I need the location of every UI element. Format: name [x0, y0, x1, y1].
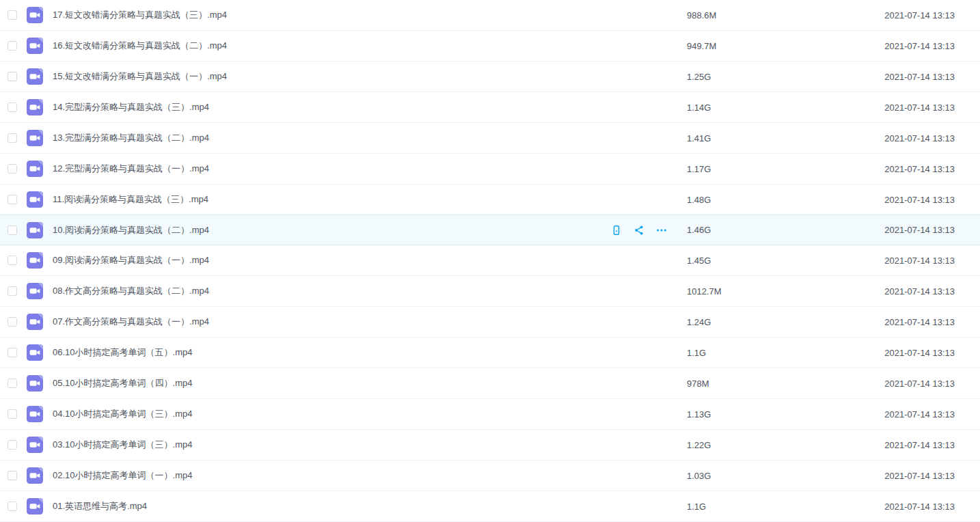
- file-row[interactable]: 16.短文改错满分策略与真题实战（二）.mp4: [0, 31, 980, 61]
- file-modified: 2021-07-14 13:13: [884, 41, 955, 51]
- file-size: 1.22G: [687, 440, 711, 450]
- video-file-icon: [27, 437, 43, 453]
- video-file-icon: [27, 406, 43, 422]
- file-row[interactable]: 08.作文高分策略与真题实战（二）.mp4: [0, 276, 980, 307]
- file-row[interactable]: 03.10小时搞定高考单词（三）.mp4: [0, 430, 980, 461]
- video-file-icon: [27, 375, 43, 392]
- file-name[interactable]: 11.阅读满分策略与真题实战（三）.mp4: [53, 193, 208, 206]
- row-checkbox[interactable]: [8, 72, 17, 81]
- file-name[interactable]: 16.短文改错满分策略与真题实战（二）.mp4: [53, 40, 227, 52]
- file-row[interactable]: 10.阅读满分策略与真题实战（二）.mp4: [0, 215, 980, 245]
- video-file-icon: [27, 314, 43, 330]
- file-modified: 2021-07-14 13:13: [884, 164, 955, 174]
- row-checkbox[interactable]: [8, 133, 17, 143]
- file-size: 988.6M: [687, 10, 716, 20]
- row-checkbox[interactable]: [8, 164, 17, 174]
- file-row[interactable]: 13.完型满分策略与真题实战（二）.mp4: [0, 123, 980, 154]
- file-size: 1.1G: [687, 502, 706, 512]
- file-row[interactable]: 17.短文改错满分策略与真题实战（三）.mp4: [0, 0, 980, 31]
- file-name[interactable]: 07.作文高分策略与真题实战（一）.mp4: [53, 316, 209, 328]
- file-row[interactable]: 09.阅读满分策略与真题实战（一）.mp4: [0, 245, 980, 276]
- file-name[interactable]: 08.作文高分策略与真题实战（二）.mp4: [53, 285, 209, 297]
- file-name[interactable]: 03.10小时搞定高考单词（三）.mp4: [53, 439, 192, 451]
- row-checkbox[interactable]: [8, 10, 17, 20]
- file-name[interactable]: 01.英语思维与高考.mp4: [53, 500, 147, 512]
- file-row[interactable]: 05.10小时搞定高考单词（四）.mp4: [0, 368, 980, 399]
- file-modified: 2021-07-14 13:13: [884, 72, 955, 82]
- video-file-icon: [27, 38, 43, 54]
- file-modified: 2021-07-14 13:13: [884, 286, 955, 297]
- file-modified: 2021-07-14 13:13: [884, 10, 955, 20]
- share-button[interactable]: [633, 224, 645, 236]
- row-checkbox[interactable]: [8, 102, 17, 112]
- file-name[interactable]: 05.10小时搞定高考单词（四）.mp4: [53, 377, 192, 389]
- video-file-icon: [27, 467, 43, 484]
- video-file-icon: [27, 498, 43, 514]
- video-file-icon: [27, 252, 43, 269]
- file-size: 1.46G: [687, 225, 711, 235]
- file-name[interactable]: 10.阅读满分策略与真题实战（二）.mp4: [53, 224, 209, 236]
- file-modified: 2021-07-14 13:13: [884, 256, 955, 266]
- file-row[interactable]: 14.完型满分策略与真题实战（三）.mp4: [0, 92, 980, 123]
- file-row[interactable]: 15.短文改错满分策略与真题实战（一）.mp4: [0, 61, 980, 92]
- file-modified: 2021-07-14 13:13: [884, 133, 955, 143]
- row-checkbox[interactable]: [8, 471, 17, 480]
- video-file-icon: [27, 130, 43, 146]
- file-list: 17.短文改错满分策略与真题实战（三）.mp4: [0, 0, 980, 522]
- file-name[interactable]: 12.完型满分策略与真题实战（一）.mp4: [53, 163, 209, 175]
- file-name[interactable]: 14.完型满分策略与真题实战（三）.mp4: [53, 101, 209, 113]
- video-file-icon: [27, 283, 43, 299]
- file-row[interactable]: 04.10小时搞定高考单词（三）.mp4: [0, 399, 980, 430]
- file-row[interactable]: 07.作文高分策略与真题实战（一）.mp4: [0, 307, 980, 338]
- file-size: 1.41G: [687, 133, 711, 143]
- video-file-icon: [27, 222, 43, 238]
- file-row[interactable]: 11.阅读满分策略与真题实战（三）.mp4: [0, 184, 980, 215]
- file-size: 978M: [687, 379, 709, 389]
- file-size: 1012.7M: [687, 286, 722, 297]
- ellipsis-icon: [656, 225, 667, 236]
- file-modified: 2021-07-14 13:13: [884, 502, 955, 512]
- video-file-icon: [27, 68, 43, 85]
- video-file-icon: [27, 191, 43, 208]
- file-name[interactable]: 13.完型满分策略与真题实战（二）.mp4: [53, 132, 209, 144]
- row-checkbox[interactable]: [8, 379, 17, 388]
- file-modified: 2021-07-14 13:13: [884, 317, 955, 327]
- video-file-icon: [27, 161, 43, 177]
- row-checkbox[interactable]: [8, 195, 17, 204]
- row-checkbox[interactable]: [8, 41, 17, 51]
- file-name[interactable]: 15.短文改错满分策略与真题实战（一）.mp4: [53, 70, 227, 83]
- file-modified: 2021-07-14 13:13: [884, 440, 955, 450]
- row-checkbox[interactable]: [8, 286, 17, 296]
- file-name[interactable]: 17.短文改错满分策略与真题实战（三）.mp4: [53, 9, 227, 21]
- file-size: 1.17G: [687, 164, 711, 174]
- more-button[interactable]: [655, 224, 668, 236]
- file-name[interactable]: 04.10小时搞定高考单词（三）.mp4: [53, 408, 192, 420]
- file-name[interactable]: 02.10小时搞定高考单词（一）.mp4: [53, 469, 192, 482]
- file-size: 1.03G: [687, 471, 711, 481]
- row-checkbox[interactable]: [8, 256, 17, 265]
- file-row[interactable]: 12.完型满分策略与真题实战（一）.mp4: [0, 154, 980, 184]
- file-name[interactable]: 06.10小时搞定高考单词（五）.mp4: [53, 346, 192, 359]
- file-row[interactable]: 02.10小时搞定高考单词（一）.mp4: [0, 461, 980, 491]
- share-icon: [634, 225, 644, 236]
- save-to-phone-button[interactable]: [610, 224, 623, 236]
- row-checkbox[interactable]: [8, 440, 17, 450]
- file-row[interactable]: 01.英语思维与高考.mp4: [0, 491, 980, 522]
- file-size: 1.1G: [687, 348, 706, 358]
- row-checkbox[interactable]: [8, 409, 17, 419]
- row-checkbox[interactable]: [8, 348, 17, 357]
- file-row[interactable]: 06.10小时搞定高考单词（五）.mp4: [0, 338, 980, 368]
- video-file-icon: [27, 344, 43, 361]
- file-modified: 2021-07-14 13:13: [884, 471, 955, 481]
- file-modified: 2021-07-14 13:13: [884, 409, 955, 420]
- row-checkbox[interactable]: [8, 502, 17, 511]
- file-modified: 2021-07-14 13:13: [884, 102, 955, 113]
- file-name[interactable]: 09.阅读满分策略与真题实战（一）.mp4: [53, 254, 209, 266]
- file-size: 1.48G: [687, 195, 711, 205]
- row-checkbox[interactable]: [8, 225, 17, 235]
- row-checkbox[interactable]: [8, 317, 17, 327]
- file-size: 1.25G: [687, 72, 711, 82]
- file-modified: 2021-07-14 13:13: [884, 348, 955, 358]
- file-size: 1.14G: [687, 102, 711, 113]
- file-size: 1.45G: [687, 256, 711, 266]
